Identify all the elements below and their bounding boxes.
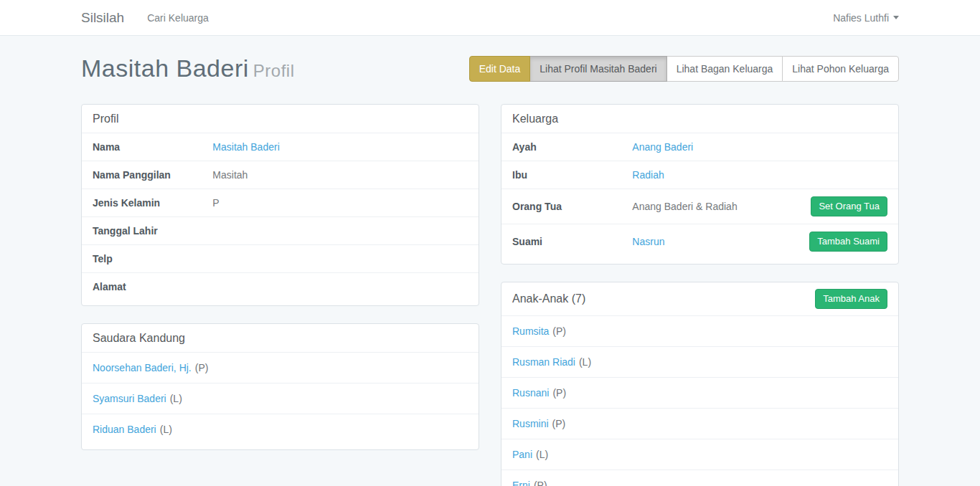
child-link[interactable]: Pani [512, 449, 532, 460]
child-link[interactable]: Rusman Riadi [512, 356, 575, 368]
page-subtitle: Profil [253, 61, 295, 80]
person-name: Masitah Baderi [81, 54, 249, 82]
table-row: Tanggal Lahir [82, 216, 479, 244]
table-row: Nama Masitah Baderi [82, 133, 479, 161]
set-orang-tua-button[interactable]: Set Orang Tua [811, 196, 887, 216]
anak-anak-panel: Anak-Anak (7) Tambah Anak Rumsita(P) Rus… [501, 282, 899, 486]
row-label: Alamat [93, 281, 212, 292]
row-label: Telp [93, 253, 212, 265]
tambah-anak-button[interactable]: Tambah Anak [815, 289, 887, 309]
gender-label: (P) [552, 418, 566, 429]
page-header: Masitah BaderiProfil Edit Data Lihat Pro… [81, 54, 899, 82]
gender-label: (P) [552, 325, 566, 337]
table-row: Ayah Anang Baderi [501, 133, 898, 161]
father-link[interactable]: Anang Baderi [632, 141, 693, 153]
child-link[interactable]: Rusmini [512, 418, 549, 429]
list-item: Rusman Riadi(L) [501, 346, 898, 377]
list-item: Pani(L) [501, 439, 898, 470]
row-value: Masitah [212, 169, 468, 181]
left-column: Profil Nama Masitah Baderi Nama Panggila… [81, 104, 479, 467]
mother-link[interactable]: Radiah [632, 169, 664, 181]
profil-panel: Profil Nama Masitah Baderi Nama Panggila… [81, 104, 479, 306]
brand-link[interactable]: Silsilah [81, 10, 124, 26]
profil-panel-heading: Profil [82, 105, 479, 133]
gender-label: (L) [160, 424, 172, 435]
sibling-link[interactable]: Syamsuri Baderi [93, 393, 166, 404]
sibling-link[interactable]: Riduan Baderi [93, 424, 156, 435]
gender-label: (L) [536, 449, 548, 460]
tambah-suami-button[interactable]: Tambah Suami [809, 232, 887, 252]
table-row: Alamat [82, 272, 479, 300]
user-menu-dropdown[interactable]: Nafies Luthfi [833, 12, 899, 24]
row-label: Nama Panggilan [93, 169, 212, 181]
table-row: Jenis Kelamin P [82, 189, 479, 216]
gender-label: (L) [170, 393, 182, 404]
list-item: Erni(P) [501, 470, 898, 486]
list-item: Noorsehan Baderi, Hj.(P) [82, 352, 479, 383]
table-row: Suami Nasrun Tambah Suami [501, 224, 898, 259]
sibling-link[interactable]: Noorsehan Baderi, Hj. [93, 362, 192, 373]
child-link[interactable]: Rumsita [512, 325, 549, 337]
lihat-pohon-keluarga-button[interactable]: Lihat Pohon Keluarga [782, 56, 899, 82]
saudara-panel-heading: Saudara Kandung [82, 324, 479, 352]
saudara-kandung-panel: Saudara Kandung Noorsehan Baderi, Hj.(P)… [81, 323, 479, 450]
table-row: Orang Tua Anang Baderi & Radiah Set Oran… [501, 189, 898, 224]
row-label: Ayah [512, 141, 632, 153]
row-label: Suami [512, 236, 632, 247]
user-name: Nafies Luthfi [833, 12, 889, 24]
row-value: P [212, 197, 468, 209]
page: Silsilah Cari Keluarga Nafies Luthfi Mas… [0, 0, 980, 486]
row-label: Tanggal Lahir [93, 225, 212, 237]
child-link[interactable]: Erni [512, 480, 530, 486]
caret-down-icon [893, 16, 899, 19]
table-row: Telp [82, 244, 479, 272]
list-item: Rusmini(P) [501, 408, 898, 439]
page-title: Masitah BaderiProfil [81, 54, 294, 82]
row-label: Orang Tua [512, 201, 632, 212]
gender-label: (L) [579, 356, 591, 368]
husband-link[interactable]: Nasrun [632, 236, 664, 247]
gender-label: (P) [195, 362, 209, 373]
gender-label: (P) [552, 387, 566, 399]
lihat-bagan-keluarga-button[interactable]: Lihat Bagan Keluarga [666, 56, 783, 82]
list-item: Syamsuri Baderi(L) [82, 383, 479, 414]
list-item: Rumsita(P) [501, 315, 898, 346]
nav-item-cari-keluarga[interactable]: Cari Keluarga [147, 12, 209, 24]
table-row: Ibu Radiah [501, 161, 898, 189]
list-item: Riduan Baderi(L) [82, 414, 479, 444]
list-item: Rusnani(P) [501, 377, 898, 408]
keluarga-panel: Keluarga Ayah Anang Baderi Ibu Radiah Or… [501, 104, 899, 265]
anak-panel-title: Anak-Anak (7) [512, 292, 815, 305]
keluarga-panel-heading: Keluarga [501, 105, 898, 133]
profile-name-link[interactable]: Masitah Baderi [212, 141, 279, 153]
table-row: Nama Panggilan Masitah [82, 161, 479, 189]
action-button-group: Edit Data Lihat Profil Masitah Baderi Li… [469, 56, 899, 82]
child-link[interactable]: Rusnani [512, 387, 549, 399]
navbar: Silsilah Cari Keluarga Nafies Luthfi [0, 0, 980, 36]
profil-panel-title: Profil [93, 113, 468, 125]
row-label: Nama [93, 141, 212, 153]
edit-data-button[interactable]: Edit Data [469, 56, 531, 82]
keluarga-panel-title: Keluarga [512, 113, 887, 125]
lihat-profil-button[interactable]: Lihat Profil Masitah Baderi [529, 56, 666, 82]
row-label: Jenis Kelamin [93, 197, 212, 209]
parents-value: Anang Baderi & Radiah [632, 201, 811, 212]
anak-panel-heading: Anak-Anak (7) Tambah Anak [501, 282, 898, 315]
row-label: Ibu [512, 169, 632, 181]
gender-label: (P) [534, 480, 547, 486]
right-column: Keluarga Ayah Anang Baderi Ibu Radiah Or… [501, 104, 899, 486]
saudara-panel-title: Saudara Kandung [93, 332, 468, 345]
